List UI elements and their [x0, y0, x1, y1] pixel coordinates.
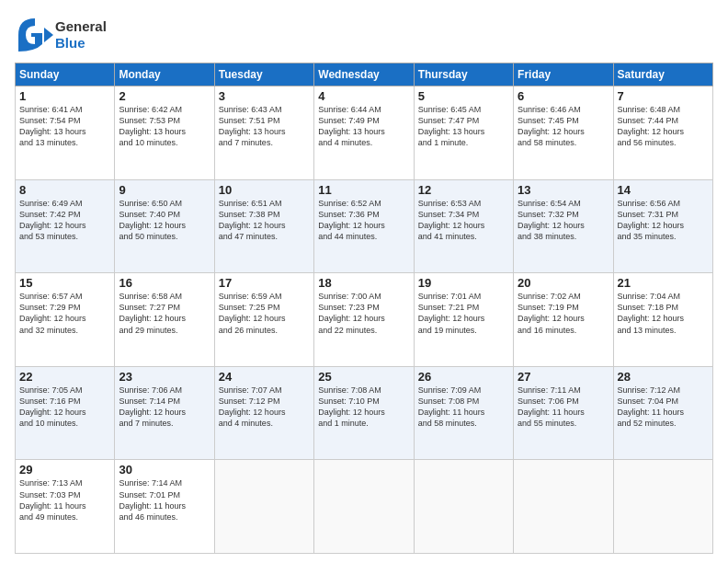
day-info: Sunrise: 7:11 AM Sunset: 7:06 PM Dayligh…: [518, 385, 609, 430]
day-number: 7: [618, 89, 709, 103]
calendar-cell: 20Sunrise: 7:02 AM Sunset: 7:19 PM Dayli…: [514, 273, 613, 367]
day-info: Sunrise: 7:12 AM Sunset: 7:04 PM Dayligh…: [618, 385, 709, 430]
day-info: Sunrise: 6:48 AM Sunset: 7:44 PM Dayligh…: [618, 104, 709, 149]
day-info: Sunrise: 6:56 AM Sunset: 7:31 PM Dayligh…: [618, 198, 709, 243]
logo-svg: [15, 15, 55, 55]
day-number: 8: [19, 183, 110, 197]
day-info: Sunrise: 6:43 AM Sunset: 7:51 PM Dayligh…: [219, 104, 310, 149]
day-number: 28: [618, 370, 709, 384]
weekday-header-monday: Monday: [115, 63, 214, 86]
day-info: Sunrise: 7:01 AM Sunset: 7:21 PM Dayligh…: [418, 291, 509, 336]
calendar-row-1: 1Sunrise: 6:41 AM Sunset: 7:54 PM Daylig…: [16, 86, 713, 180]
weekday-header-saturday: Saturday: [613, 63, 712, 86]
day-number: 6: [518, 89, 609, 103]
calendar-cell: 3Sunrise: 6:43 AM Sunset: 7:51 PM Daylig…: [214, 86, 313, 180]
day-number: 2: [119, 89, 210, 103]
calendar-cell: [214, 460, 313, 554]
calendar-cell: [414, 460, 513, 554]
calendar-cell: 17Sunrise: 6:59 AM Sunset: 7:25 PM Dayli…: [214, 273, 313, 367]
day-number: 16: [119, 276, 210, 290]
day-number: 21: [618, 276, 709, 290]
day-info: Sunrise: 7:02 AM Sunset: 7:19 PM Dayligh…: [518, 291, 609, 336]
day-number: 13: [518, 183, 609, 197]
day-number: 14: [618, 183, 709, 197]
day-info: Sunrise: 6:52 AM Sunset: 7:36 PM Dayligh…: [318, 198, 409, 243]
calendar-cell: 29Sunrise: 7:13 AM Sunset: 7:03 PM Dayli…: [16, 460, 115, 554]
day-number: 29: [19, 463, 110, 477]
weekday-header-sunday: Sunday: [16, 63, 115, 86]
day-number: 17: [219, 276, 310, 290]
calendar-cell: 27Sunrise: 7:11 AM Sunset: 7:06 PM Dayli…: [514, 366, 613, 460]
day-info: Sunrise: 7:04 AM Sunset: 7:18 PM Dayligh…: [618, 291, 709, 336]
day-number: 1: [19, 89, 110, 103]
calendar-cell: 5Sunrise: 6:45 AM Sunset: 7:47 PM Daylig…: [414, 86, 513, 180]
calendar-cell: 2Sunrise: 6:42 AM Sunset: 7:53 PM Daylig…: [115, 86, 214, 180]
day-info: Sunrise: 6:59 AM Sunset: 7:25 PM Dayligh…: [219, 291, 310, 336]
day-number: 27: [518, 370, 609, 384]
logo: GeneralBlue: [15, 15, 107, 55]
day-number: 25: [318, 370, 409, 384]
day-info: Sunrise: 6:51 AM Sunset: 7:38 PM Dayligh…: [219, 198, 310, 243]
calendar-cell: [314, 460, 414, 554]
day-number: 12: [418, 183, 509, 197]
calendar-cell: 16Sunrise: 6:58 AM Sunset: 7:27 PM Dayli…: [115, 273, 214, 367]
calendar-cell: 11Sunrise: 6:52 AM Sunset: 7:36 PM Dayli…: [314, 179, 414, 273]
day-info: Sunrise: 6:45 AM Sunset: 7:47 PM Dayligh…: [418, 104, 509, 149]
day-number: 3: [219, 89, 310, 103]
calendar-cell: 23Sunrise: 7:06 AM Sunset: 7:14 PM Dayli…: [115, 366, 214, 460]
weekday-header-friday: Friday: [514, 63, 613, 86]
calendar-cell: 4Sunrise: 6:44 AM Sunset: 7:49 PM Daylig…: [314, 86, 414, 180]
day-info: Sunrise: 7:00 AM Sunset: 7:23 PM Dayligh…: [318, 291, 409, 336]
day-number: 26: [418, 370, 509, 384]
calendar-cell: 1Sunrise: 6:41 AM Sunset: 7:54 PM Daylig…: [16, 86, 115, 180]
calendar-cell: 24Sunrise: 7:07 AM Sunset: 7:12 PM Dayli…: [214, 366, 313, 460]
calendar-cell: 9Sunrise: 6:50 AM Sunset: 7:40 PM Daylig…: [115, 179, 214, 273]
day-number: 9: [119, 183, 210, 197]
day-info: Sunrise: 6:58 AM Sunset: 7:27 PM Dayligh…: [119, 291, 210, 336]
day-info: Sunrise: 7:08 AM Sunset: 7:10 PM Dayligh…: [318, 385, 409, 430]
day-info: Sunrise: 7:05 AM Sunset: 7:16 PM Dayligh…: [19, 385, 110, 430]
calendar-row-5: 29Sunrise: 7:13 AM Sunset: 7:03 PM Dayli…: [16, 460, 713, 554]
calendar-table: SundayMondayTuesdayWednesdayThursdayFrid…: [15, 63, 713, 554]
day-info: Sunrise: 7:06 AM Sunset: 7:14 PM Dayligh…: [119, 385, 210, 430]
calendar-cell: 15Sunrise: 6:57 AM Sunset: 7:29 PM Dayli…: [16, 273, 115, 367]
day-info: Sunrise: 6:53 AM Sunset: 7:34 PM Dayligh…: [418, 198, 509, 243]
day-number: 18: [318, 276, 409, 290]
day-number: 24: [219, 370, 310, 384]
calendar-cell: [613, 460, 712, 554]
calendar-cell: 19Sunrise: 7:01 AM Sunset: 7:21 PM Dayli…: [414, 273, 513, 367]
calendar-cell: 13Sunrise: 6:54 AM Sunset: 7:32 PM Dayli…: [514, 179, 613, 273]
day-number: 11: [318, 183, 409, 197]
calendar-cell: 25Sunrise: 7:08 AM Sunset: 7:10 PM Dayli…: [314, 366, 414, 460]
calendar-cell: 10Sunrise: 6:51 AM Sunset: 7:38 PM Dayli…: [214, 179, 313, 273]
day-info: Sunrise: 7:09 AM Sunset: 7:08 PM Dayligh…: [418, 385, 509, 430]
day-info: Sunrise: 7:14 AM Sunset: 7:01 PM Dayligh…: [119, 477, 210, 523]
day-number: 20: [518, 276, 609, 290]
day-info: Sunrise: 6:41 AM Sunset: 7:54 PM Dayligh…: [19, 104, 110, 149]
day-number: 19: [418, 276, 509, 290]
calendar-cell: 18Sunrise: 7:00 AM Sunset: 7:23 PM Dayli…: [314, 273, 414, 367]
svg-marker-1: [44, 28, 53, 42]
weekday-header-wednesday: Wednesday: [314, 63, 414, 86]
day-info: Sunrise: 6:46 AM Sunset: 7:45 PM Dayligh…: [518, 104, 609, 149]
calendar-cell: 22Sunrise: 7:05 AM Sunset: 7:16 PM Dayli…: [16, 366, 115, 460]
logo-blue: Blue: [55, 35, 107, 52]
calendar-cell: 28Sunrise: 7:12 AM Sunset: 7:04 PM Dayli…: [613, 366, 712, 460]
calendar-row-3: 15Sunrise: 6:57 AM Sunset: 7:29 PM Dayli…: [16, 273, 713, 367]
calendar-cell: 6Sunrise: 6:46 AM Sunset: 7:45 PM Daylig…: [514, 86, 613, 180]
day-number: 30: [119, 463, 210, 477]
calendar-cell: 8Sunrise: 6:49 AM Sunset: 7:42 PM Daylig…: [16, 179, 115, 273]
day-info: Sunrise: 6:57 AM Sunset: 7:29 PM Dayligh…: [19, 291, 110, 336]
calendar-cell: 14Sunrise: 6:56 AM Sunset: 7:31 PM Dayli…: [613, 179, 712, 273]
page: GeneralBlue SundayMondayTuesdayWednesday…: [0, 0, 728, 563]
calendar-cell: 26Sunrise: 7:09 AM Sunset: 7:08 PM Dayli…: [414, 366, 513, 460]
weekday-header-row: SundayMondayTuesdayWednesdayThursdayFrid…: [16, 63, 713, 86]
calendar-cell: 21Sunrise: 7:04 AM Sunset: 7:18 PM Dayli…: [613, 273, 712, 367]
day-info: Sunrise: 7:07 AM Sunset: 7:12 PM Dayligh…: [219, 385, 310, 430]
calendar-cell: 12Sunrise: 6:53 AM Sunset: 7:34 PM Dayli…: [414, 179, 513, 273]
calendar-cell: 30Sunrise: 7:14 AM Sunset: 7:01 PM Dayli…: [115, 460, 214, 554]
day-info: Sunrise: 6:42 AM Sunset: 7:53 PM Dayligh…: [119, 104, 210, 149]
weekday-header-thursday: Thursday: [414, 63, 513, 86]
calendar-row-4: 22Sunrise: 7:05 AM Sunset: 7:16 PM Dayli…: [16, 366, 713, 460]
day-number: 5: [418, 89, 509, 103]
